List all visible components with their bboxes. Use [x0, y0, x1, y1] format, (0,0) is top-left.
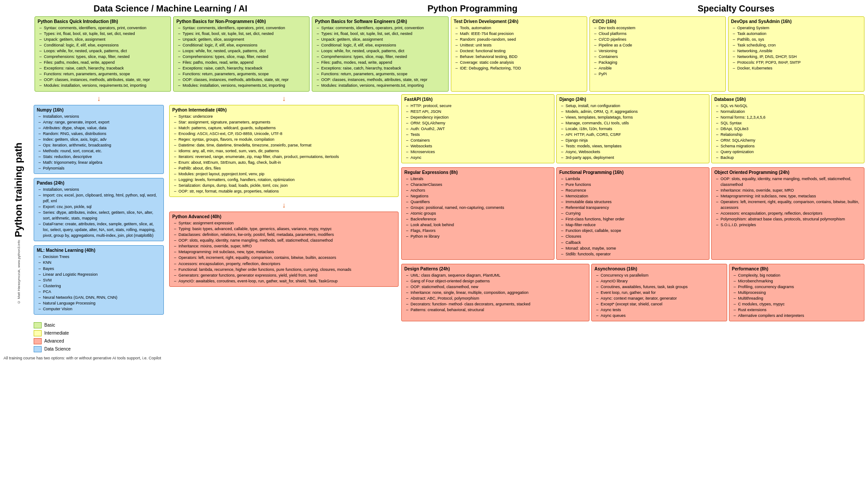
list-item: Inheritance: mixins, override, super, MR…	[716, 188, 861, 193]
legend-color-datascience	[34, 346, 42, 352]
sidebar-container: Python training path © Matt Harasymczuk,…	[4, 94, 34, 352]
list-item: Coverage: static code analysis	[456, 60, 584, 66]
list-item: Array: range, generate, import, export	[39, 120, 161, 125]
oop-card: Object Oriented Programming (24h) OOP: s…	[711, 167, 864, 260]
list-item: Ansible	[594, 66, 723, 71]
list-item: Profiling, concurrency diagrams	[734, 284, 861, 290]
header: Data Science / Machine Learning / AI Pyt…	[4, 4, 864, 14]
card-title: Python Basics for Software Engineers (24…	[315, 19, 445, 24]
pandas-card: Pandas (24h) Installation, versions Impo…	[34, 178, 164, 241]
list-item: Functions: return, parameters, arguments…	[39, 71, 168, 77]
list-item: Files: paths, modes, read, write, append	[317, 60, 445, 66]
functional-card: Functional Programming (16h) Lambda Pure…	[556, 167, 709, 260]
list-item: Idioms: any, all, min, max, sorted, sum,…	[174, 148, 395, 154]
legend-label-intermediate: Intermediate	[44, 331, 69, 335]
performance-card: Performance (8h) Complexity, big notatio…	[729, 264, 864, 321]
list-item: Unpack: getitem, slice, assignment	[39, 37, 168, 42]
list-item: Versioning	[594, 48, 723, 54]
list-item: Random: RNG, values, distributions	[39, 131, 161, 137]
list-item: Normalization	[716, 109, 861, 115]
list-item: Unpack: getitem, slice, assignment	[317, 37, 445, 42]
list-item: Websockets	[406, 143, 551, 149]
legend-label-basic: Basic	[44, 323, 55, 328]
card-list: SQL vs NoSQL Normalization Normal forms:…	[714, 103, 861, 161]
list-item: Random: pseudo-random, seed	[456, 37, 584, 42]
specialty-column: FastAPI (16h) HTTP: protocol, secure RES…	[401, 94, 864, 352]
ds-column: ↓ Numpy (16h) Installation, versions Arr…	[34, 94, 167, 352]
list-item: Tests	[406, 132, 551, 138]
card-list: Installation, versions Import: csv, exce…	[37, 187, 161, 239]
list-item: Serialization: dumps, dump, load, loads,…	[174, 183, 395, 189]
header-ds-title: Data Science / Machine Learning / AI	[93, 4, 247, 14]
list-item: PCA	[39, 289, 161, 295]
card-title: Python Basics for Non-Programmers (40h)	[176, 19, 306, 24]
main-content: Python training path © Matt Harasymczuk,…	[4, 94, 864, 352]
card-list: OOP: slots, equality, identity, name man…	[714, 176, 861, 228]
card-list: HTTP: protocol, secure REST API, JSON De…	[404, 103, 551, 161]
list-item: Metaprogramming: init subclass, new, typ…	[716, 193, 861, 199]
list-item: Syntax: comments, identifiers, operators…	[317, 25, 445, 31]
list-item: Iterators: reversed, range, enumerate, z…	[174, 154, 395, 160]
list-item: ORM: SQLAlchemy	[716, 138, 861, 143]
list-item: Files: paths, modes, read, write, append	[39, 60, 168, 66]
list-item: Pure functions	[561, 182, 706, 188]
list-item: Pipeline as a Code	[594, 42, 723, 48]
card-title: Regular Expressions (8h)	[404, 170, 551, 175]
list-item: Abstract: ABC, Protocol, polymorphism	[406, 296, 586, 301]
card-title: Design Patterns (24h)	[404, 266, 586, 271]
arrow-python-intermediate: ↓	[169, 95, 399, 102]
list-item: Decorators: function- method- class deco…	[406, 301, 586, 307]
list-item: Typing: basic types, advanced, callable,…	[174, 226, 395, 232]
list-item: Normal forms: 1,2,3,4,5,6	[716, 115, 861, 120]
list-item: Operators: left, increment, right, equal…	[716, 199, 861, 211]
list-item: C modules, ctypes, mypyc	[734, 301, 861, 307]
list-item: IDE: Debugging, Refactoring, TDD	[456, 66, 584, 71]
card-title: Python Advanced (40h)	[172, 214, 395, 219]
list-item: Attributes: dtype, shape, value, data	[39, 125, 161, 131]
card-list: UML: class diagram, sequence diagram, Pl…	[404, 273, 586, 313]
header-python-title: Python Programming	[427, 4, 517, 14]
list-item: Syntax: assignment expression	[174, 220, 395, 226]
database-card: Database (16h) SQL vs NoSQL Normalizatio…	[711, 94, 864, 163]
legend-label-advanced: Advanced	[44, 339, 64, 343]
list-item: Python re library	[406, 234, 551, 239]
card-title: Numpy (16h)	[37, 108, 161, 112]
card-title: Database (16h)	[714, 97, 861, 102]
list-item: Containers	[406, 138, 551, 143]
list-item: Exceptions: raise, catch, hierarchy, tra…	[317, 66, 445, 71]
list-item: Star: assignment, signature, parameters,…	[174, 120, 395, 125]
list-item: Decision Trees	[39, 254, 161, 260]
list-item: Auth: OAuth2, JWT	[406, 126, 551, 132]
list-item: Functions: return, parameters, arguments…	[317, 71, 445, 77]
list-item: Unittest: unit tests	[456, 42, 584, 48]
list-item: Except* (except star, shield, cancel	[596, 301, 724, 307]
list-item: Loops: while, for, nested, unpack, patte…	[317, 48, 445, 54]
list-item: Enum: about, IntEnum, StrEnum, auto, fla…	[174, 160, 395, 166]
legend-advanced: Advanced	[34, 338, 164, 344]
list-item: Exceptions: raise, catch, hierarchy, tra…	[39, 66, 168, 71]
list-item: Generators: generator functions, generat…	[174, 273, 395, 278]
card-title: Python Intermediate (40h)	[172, 108, 395, 112]
list-item: Event loop, run, gather, wait for	[596, 290, 724, 296]
list-item: Computer Vision	[39, 306, 161, 312]
sidebar-sub-label: © Matt Harasymczuk, www.python3.info	[17, 240, 21, 304]
list-item: Modules: installation, versions, require…	[178, 83, 306, 89]
specialty-row3: Regular Expressions (8h) Literals Charac…	[401, 167, 864, 262]
list-item: Functions: return, parameters, arguments…	[178, 71, 306, 77]
list-item: Files: paths, modes, read, write, append	[178, 60, 306, 66]
card-list: Syntax: comments, identifiers, operators…	[38, 25, 168, 89]
card-title: Pandas (24h)	[37, 181, 161, 185]
python-advanced-card: Python Advanced (40h) Syntax: assignment…	[169, 212, 399, 287]
list-item: HTTP: protocol, secure	[406, 103, 551, 109]
list-item: API: HTTP, Auth, CORS, CSRF	[561, 132, 706, 138]
card-list: Dev tools ecosystem Cloud platforms CI/C…	[593, 25, 723, 77]
list-item: Tools, automation	[456, 25, 584, 31]
list-item: First-class functions, higher order	[561, 216, 706, 222]
legend-color-intermediate	[34, 330, 42, 336]
list-item: Alternative compilers and interpreters	[734, 313, 861, 319]
list-item: Anchors	[406, 188, 551, 193]
list-item: Exceptions: raise, catch, hierarchy, tra…	[178, 66, 306, 71]
list-item: Installation, versions	[39, 114, 161, 120]
list-item: Inheritance: mixins, override, super, MR…	[174, 243, 395, 249]
specialty-row2: FastAPI (16h) HTTP: protocol, secure RES…	[401, 94, 864, 166]
